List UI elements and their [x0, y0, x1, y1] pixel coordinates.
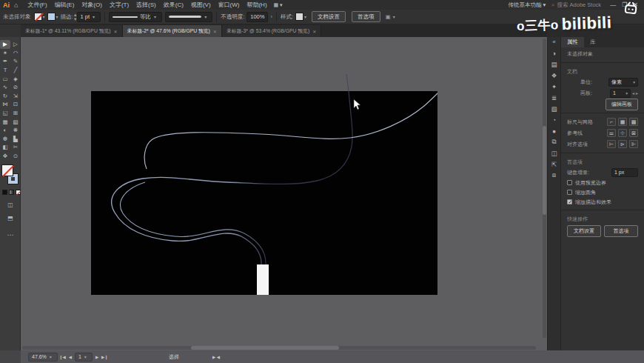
edit-toolbar-icon[interactable]: ⋯: [0, 231, 21, 239]
stroke-swatch[interactable]: [47, 13, 56, 21]
stroke-weight-field[interactable]: 1 pt▾: [77, 12, 101, 22]
layers-panel-icon[interactable]: ⧉: [549, 136, 560, 147]
more-options-icon[interactable]: ▣ ▾: [386, 13, 398, 20]
edit-artboards-button[interactable]: 编辑画板: [606, 99, 638, 110]
artboard-dropdown[interactable]: 1▾: [610, 89, 631, 98]
scale-tool[interactable]: ⇲: [10, 92, 21, 101]
width-tool[interactable]: ⋈: [0, 100, 10, 109]
opacity-chevron-icon[interactable]: ›: [270, 13, 272, 20]
home-icon[interactable]: ⌂: [14, 1, 18, 9]
close-button[interactable]: ✕: [630, 1, 641, 8]
free-transform-tool[interactable]: ⊡: [10, 100, 21, 109]
artboard[interactable]: [91, 91, 437, 295]
color-button[interactable]: [2, 190, 7, 195]
rectangle-tool[interactable]: ▭: [0, 74, 10, 83]
symbols-panel-icon[interactable]: ✦: [549, 81, 560, 92]
style-dropdown-icon[interactable]: ▾: [304, 14, 306, 19]
zoom-level-dropdown[interactable]: 47.6%▾: [28, 353, 58, 362]
keyboard-increment-field[interactable]: 1 px: [611, 168, 638, 177]
lasso-tool[interactable]: ◠: [10, 49, 21, 58]
screen-mode-icon[interactable]: ⬒: [0, 215, 21, 222]
paintbrush-tool[interactable]: ◈: [10, 74, 21, 83]
document-tab-2[interactable]: 未标题-2* @ 47.6% (RGB/GPU 预览)✕: [123, 25, 222, 37]
eyedropper-tool[interactable]: ◐: [0, 126, 10, 135]
canvas-area[interactable]: [21, 37, 547, 350]
symbol-sprayer-tool[interactable]: ❆: [0, 135, 10, 144]
minimize-button[interactable]: —: [607, 1, 619, 8]
qa-document-setup-button[interactable]: 文档设置: [567, 225, 601, 237]
status-arrows-icon[interactable]: ▶ ◀: [212, 355, 220, 359]
menu-item-0[interactable]: 文件(F): [24, 1, 50, 9]
draw-mode-icon[interactable]: ◫: [0, 202, 21, 208]
menu-item-3[interactable]: 文字(T): [106, 1, 133, 9]
libraries-panel-icon[interactable]: ⧈: [549, 170, 560, 181]
artboard-prev-icon[interactable]: ◂: [632, 90, 634, 96]
swatches-panel-icon[interactable]: ▤: [549, 59, 560, 70]
perspective-grid-tool[interactable]: ⊞: [10, 109, 21, 118]
gradient-button[interactable]: [9, 190, 14, 195]
zoom-tool[interactable]: ⊙: [10, 152, 21, 161]
snap-toggle-1[interactable]: ⊳: [618, 140, 627, 148]
guide-toggle-0[interactable]: ⚌: [607, 129, 616, 137]
vertical-scrollbar-thumb[interactable]: [543, 126, 546, 215]
next-artboard-icon[interactable]: ▶: [95, 355, 98, 359]
tab-close-icon[interactable]: ✕: [312, 29, 316, 34]
brushes-panel-icon[interactable]: ❖: [549, 70, 560, 81]
fill-dropdown-icon[interactable]: ▾: [43, 14, 45, 19]
menu-item-1[interactable]: 编辑(E): [51, 1, 78, 9]
document-tab-1[interactable]: 未标题-1* @ 43.11% (RGB/GPU 预览)✕: [21, 25, 123, 37]
selection-tool[interactable]: ▶: [0, 40, 10, 49]
column-graph-tool[interactable]: ▙: [10, 135, 21, 144]
checkbox-1[interactable]: [567, 190, 572, 195]
color-panel-icon[interactable]: ◑: [549, 47, 560, 59]
document-setup-button[interactable]: 文档设置: [312, 11, 346, 22]
checkbox-0[interactable]: [567, 180, 572, 185]
gradient-tool[interactable]: ▧: [10, 117, 21, 126]
collapse-panels-icon[interactable]: «: [552, 39, 555, 45]
curvature-tool[interactable]: ✎: [10, 57, 21, 66]
menu-item-4[interactable]: 选择(S): [133, 1, 160, 9]
document-tab-3[interactable]: 未标题-3* @ 53.4% (RGB/GPU 预览)✕: [222, 25, 321, 37]
menu-item-7[interactable]: 窗口(W): [215, 1, 244, 9]
restore-button[interactable]: ❐: [619, 1, 630, 8]
slice-tool[interactable]: ✂: [10, 143, 21, 152]
snap-toggle-0[interactable]: ⊢: [607, 140, 616, 148]
qa-preferences-button[interactable]: 首选项: [604, 225, 638, 237]
shape-builder-tool[interactable]: ◱: [0, 109, 10, 118]
hand-tool[interactable]: ✥: [0, 152, 10, 161]
mesh-tool[interactable]: ▦: [0, 117, 10, 126]
stroke-profile-uniform[interactable]: 等比▾: [109, 12, 162, 22]
eraser-tool[interactable]: ⊘: [10, 83, 21, 92]
pen-tool[interactable]: ✒: [0, 57, 10, 66]
appearance-panel-icon[interactable]: ●: [549, 125, 560, 136]
panel-tab-属性[interactable]: 属性: [561, 37, 584, 47]
fill-color-well[interactable]: [1, 164, 13, 176]
horizontal-scrollbar-thumb[interactable]: [191, 346, 339, 350]
stroke-stepper[interactable]: ▲▼: [73, 13, 77, 21]
arrange-documents-icon[interactable]: ▦ ▾: [274, 2, 283, 8]
rotate-tool[interactable]: ↻: [0, 92, 10, 101]
checkbox-2[interactable]: [567, 199, 572, 204]
ruler-grid-toggle-2[interactable]: ▩: [629, 118, 638, 126]
tab-close-icon[interactable]: ✕: [213, 29, 217, 34]
panel-tab-库[interactable]: 库: [584, 37, 602, 47]
first-artboard-icon[interactable]: ❙◀: [59, 355, 66, 359]
guide-toggle-1[interactable]: ⊹: [618, 129, 627, 137]
none-button[interactable]: [16, 190, 21, 195]
menu-item-2[interactable]: 对象(O): [78, 1, 106, 9]
artboards-panel-icon[interactable]: ◫: [549, 147, 560, 159]
tab-close-icon[interactable]: ✕: [114, 29, 118, 34]
gradient-panel-icon[interactable]: ▧: [549, 103, 560, 114]
menu-item-8[interactable]: 帮助(H): [243, 1, 270, 9]
cigarette-shape[interactable]: [257, 264, 269, 295]
workspace-switcher[interactable]: 传统基本功能 ▾: [508, 1, 546, 9]
style-swatch[interactable]: [295, 13, 303, 21]
stroke-panel-icon[interactable]: ≣: [549, 92, 560, 103]
magic-wand-tool[interactable]: ✶: [0, 49, 10, 58]
artboard-next-icon[interactable]: ▸: [636, 90, 638, 96]
artboard-nav-dropdown[interactable]: 1▾: [75, 353, 93, 362]
snap-toggle-2[interactable]: ⊩: [629, 140, 638, 148]
stroke-dropdown-icon[interactable]: ▾: [56, 14, 58, 19]
direct-selection-tool[interactable]: ▷: [10, 40, 21, 49]
fill-swatch[interactable]: [34, 13, 42, 21]
